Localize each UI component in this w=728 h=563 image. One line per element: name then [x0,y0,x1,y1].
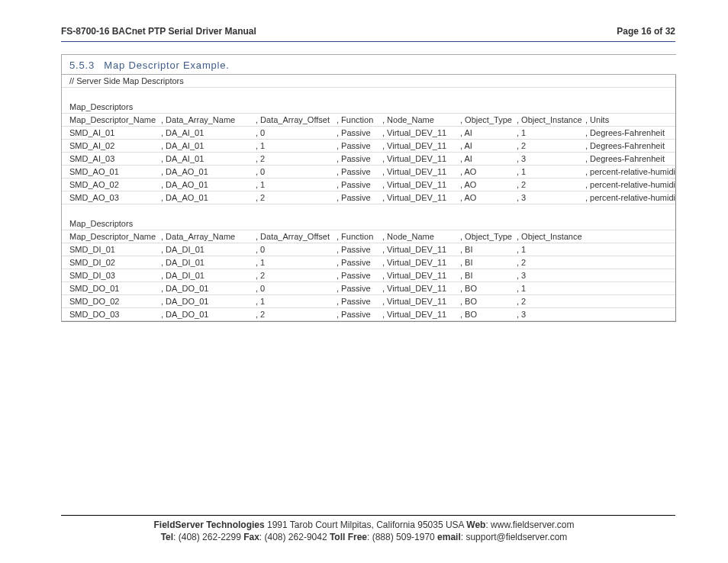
table-cell: , AI [460,127,517,139]
comment-text: // Server Side Map Descriptors [69,75,184,87]
col-header: , Object_Type [460,230,517,243]
table-cell: , 1 [256,256,337,269]
table-row: SMD_DO_03, DA_DO_01, 2, Passive, Virtual… [62,308,675,321]
page-header: FS-8700-16 BACnet PTP Serial Driver Manu… [61,26,675,42]
table-cell: , Degrees-Fahrenheit [585,127,675,139]
table-row: SMD_AO_01, DA_AO_01, 0, Passive, Virtual… [62,166,675,179]
section-title: Map Descriptor Example. [104,60,229,71]
table-cell: , Virtual_DEV_11 [382,295,460,307]
table-cell: , 1 [517,243,585,256]
toll-label: Toll Free [330,532,367,542]
table-cell: , BI [460,243,517,256]
table-cell: , Passive [337,191,382,204]
table-cell: SMD_DO_01 [69,282,161,294]
table-cell: , Passive [337,282,382,294]
tel-label: Tel [161,532,173,542]
page-footer: FieldServer Technologies 1991 Tarob Cour… [0,515,728,543]
table-cell: , DA_AO_01 [161,179,256,191]
table-cell: , Passive [337,140,382,152]
web-label: Web [466,520,485,530]
comment-row: // Server Side Map Descriptors [62,75,675,88]
table-cell: SMD_AO_03 [69,191,161,204]
table-cell: , Virtual_DEV_11 [382,153,460,165]
footer-line-2: Tel: (408) 262-2299 Fax: (408) 262-9042 … [0,531,728,543]
table-cell: , percent-relative-humidity [585,191,675,204]
table-cell: , Passive [337,243,382,256]
table-row: SMD_DI_03, DA_DI_01, 2, Passive, Virtual… [62,269,675,282]
table-cell: , BI [460,269,517,282]
page-container: FS-8700-16 BACnet PTP Serial Driver Manu… [0,0,728,563]
col-header: Map_Descriptor_Name [69,230,161,243]
table-header-row: Map_Descriptor_Name , Data_Array_Name , … [62,230,675,243]
col-header: , Object_Instance [517,114,585,126]
table-row: SMD_AI_03, DA_AI_01, 2, Passive, Virtual… [62,153,675,166]
table-cell: , 2 [517,179,585,191]
table-cell: , Passive [337,127,382,139]
table-cell: , Virtual_DEV_11 [382,269,460,282]
col-header: , Data_Array_Name [161,114,256,126]
table-cell: , 1 [517,282,585,294]
table-cell: , Passive [337,166,382,178]
table-cell: , Virtual_DEV_11 [382,166,460,178]
col-header: , Function [337,230,382,243]
col-header: , Object_Instance [517,230,585,243]
table-cell: , AO [460,191,517,204]
table-cell: , 0 [256,127,337,139]
table-cell: , Virtual_DEV_11 [382,127,460,139]
table-row: SMD_DO_02, DA_DO_01, 1, Passive, Virtual… [62,295,675,308]
col-header: Map_Descriptor_Name [69,114,161,126]
table-cell: , BO [460,282,517,294]
table-cell: , 1 [517,166,585,178]
table-header-row: Map_Descriptor_Name , Data_Array_Name , … [62,114,675,127]
table-cell: , Virtual_DEV_11 [382,308,460,320]
table-cell: , DA_DO_01 [161,295,256,307]
footer-line-1: FieldServer Technologies 1991 Tarob Cour… [0,519,728,531]
table-cell: , BI [460,256,517,269]
fax-value: : (408) 262-9042 [259,532,330,542]
table-cell: , Virtual_DEV_11 [382,179,460,191]
table-cell: SMD_DO_02 [69,295,161,307]
table-cell: SMD_AO_01 [69,166,161,178]
table-cell: , DA_AI_01 [161,153,256,165]
tel-value: : (408) 262-2299 [173,532,243,542]
table-cell: , DA_DI_01 [161,269,256,282]
table-cell: , Degrees-Fahrenheit [585,140,675,152]
table-cell: , Passive [337,256,382,269]
table-cell: , AO [460,179,517,191]
block-label-row: Map_Descriptors [62,217,675,230]
table-cell: , 1 [256,140,337,152]
col-header: , Data_Array_Name [161,230,256,243]
table-row: SMD_DI_02, DA_DI_01, 1, Passive, Virtual… [62,256,675,269]
table-cell: , BO [460,308,517,320]
table-cell: , percent-relative-humidity [585,166,675,178]
company-address: 1991 Tarob Court Milpitas, California 95… [265,520,467,530]
table-row: SMD_AO_02, DA_AO_01, 1, Passive, Virtual… [62,179,675,191]
table-cell: , Passive [337,308,382,320]
toll-value: : (888) 509-1970 [367,532,437,542]
block-label: Map_Descriptors [69,101,161,113]
doc-title: FS-8700-16 BACnet PTP Serial Driver Manu… [61,26,256,37]
table-cell: , 2 [517,140,585,152]
table-cell: SMD_AI_02 [69,140,161,152]
section-heading: 5.5.3 Map Descriptor Example. [62,55,676,75]
table-cell: , Virtual_DEV_11 [382,140,460,152]
table-cell: , DA_DO_01 [161,308,256,320]
col-header: , Units [585,114,675,126]
table-cell: , 1 [256,179,337,191]
table-row: SMD_DO_01, DA_DO_01, 0, Passive, Virtual… [62,282,675,295]
table-cell: , DA_DI_01 [161,243,256,256]
table-cell: , DA_DO_01 [161,282,256,294]
table-cell: , BO [460,295,517,307]
block-label: Map_Descriptors [69,217,161,230]
content-box: 5.5.3 Map Descriptor Example. // Server … [61,54,676,322]
table-cell: , 3 [517,153,585,165]
table-cell: , 2 [517,295,585,307]
table-cell: , 0 [256,243,337,256]
table-cell: , Virtual_DEV_11 [382,191,460,204]
table-cell: SMD_DO_03 [69,308,161,320]
table-cell: , 2 [256,191,337,204]
col-header: , Node_Name [382,230,460,243]
table-cell: , Virtual_DEV_11 [382,243,460,256]
table-cell: , DA_DI_01 [161,256,256,269]
table-cell: , DA_AI_01 [161,140,256,152]
